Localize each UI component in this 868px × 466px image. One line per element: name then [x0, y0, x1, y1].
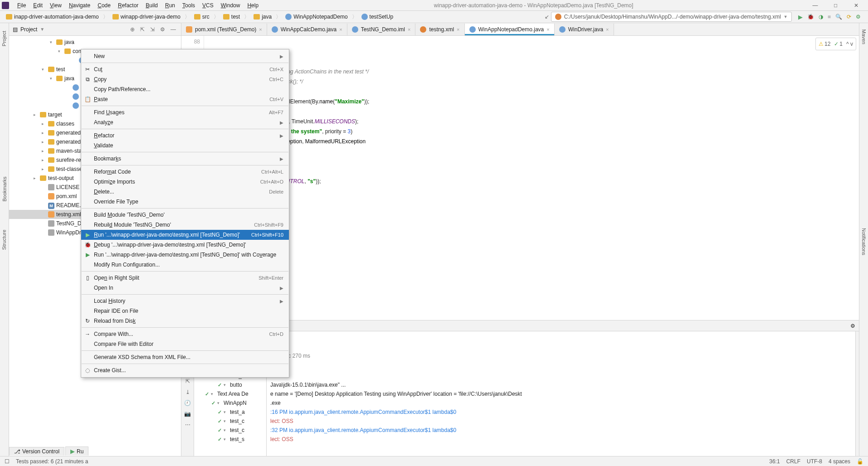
context-menu-item[interactable]: ▶Run '...\winapp-driver-java-demo\testng… [81, 250, 289, 260]
run-tab[interactable]: ▶Ru [65, 447, 88, 456]
close-tab-icon[interactable]: × [259, 27, 262, 32]
close-tab-icon[interactable]: × [606, 27, 609, 32]
context-menu-item[interactable]: 📋PasteCtrl+V [81, 94, 289, 104]
todo-icon[interactable]: ☐ [5, 458, 10, 465]
menu-view[interactable]: View [46, 1, 65, 10]
test-tree-item[interactable]: ▾test_a [194, 408, 266, 417]
editor-tab[interactable]: WinAppCalcDemo.java× [267, 24, 347, 35]
inspection-nav[interactable]: ^ v [846, 39, 853, 49]
project-tool-button[interactable]: Project [2, 31, 7, 46]
chevron-down-icon[interactable]: ▼ [40, 27, 44, 32]
version-control-tab[interactable]: ⎇Version Control [9, 447, 64, 456]
context-menu-item[interactable]: 🐞Debug '...\winapp-driver-java-demo\test… [81, 240, 289, 250]
context-menu-item[interactable]: ▯Open in Right SplitShift+Enter [81, 273, 289, 283]
test-tree-item[interactable]: ▾WinAppN [194, 398, 266, 408]
editor-tab[interactable]: WinDriver.java× [555, 24, 614, 35]
maven-tool-button[interactable]: Maven [861, 29, 867, 44]
editor-tab[interactable]: testng.xml× [415, 24, 464, 35]
hide-icon[interactable]: — [169, 26, 177, 33]
menu-vcs[interactable]: VCS [199, 1, 217, 10]
context-menu-item[interactable]: Analyze▶ [81, 117, 289, 127]
menu-edit[interactable]: Edit [29, 1, 46, 10]
expand-all-icon[interactable]: ⇱ [139, 26, 146, 33]
context-menu-item[interactable]: ▶Run '...\winapp-driver-java-demo\testng… [81, 230, 289, 240]
debug-button[interactable]: 🐞 [807, 14, 814, 20]
context-menu-item[interactable]: Copy Path/Reference... [81, 84, 289, 94]
menu-file[interactable]: File [14, 1, 29, 10]
context-menu-item[interactable]: ◌Create Gist... [81, 365, 289, 375]
left-tool-strip[interactable]: Project Bookmarks Structure [0, 23, 9, 456]
menu-code[interactable]: Code [94, 1, 114, 10]
close-tab-icon[interactable]: × [408, 27, 410, 32]
context-menu-item[interactable]: Repair IDE on File [81, 306, 289, 316]
expand-icon[interactable]: ⇱ [185, 378, 190, 384]
close-tab-icon[interactable]: × [546, 27, 549, 32]
menu-tools[interactable]: Tools [179, 1, 199, 10]
menubar[interactable]: FileEditViewNavigateCodeRefactorBuildRun… [0, 0, 868, 11]
gear-icon[interactable]: ⚙ [850, 323, 855, 329]
console-output[interactable]: – 39 sec 270 ms Java\jdk-15.0.1\bin\java… [267, 331, 855, 456]
context-menu-item[interactable]: New▶ [81, 51, 289, 61]
bookmarks-tool-button[interactable]: Bookmarks [2, 176, 7, 201]
stop-button[interactable]: ■ [828, 14, 831, 20]
menu-navigate[interactable]: Navigate [65, 1, 94, 10]
breadcrumb-item[interactable]: java [250, 12, 275, 21]
bottom-tool-tabs[interactable]: ⎇Version Control ▶Ru [9, 446, 88, 456]
structure-tool-button[interactable]: Structure [2, 230, 7, 250]
menu-window[interactable]: Window [217, 1, 244, 10]
maximize-button[interactable]: □ [825, 0, 846, 11]
close-tab-icon[interactable]: × [457, 27, 459, 32]
close-tab-icon[interactable]: × [339, 27, 342, 32]
line-separator[interactable]: CRLF [786, 458, 800, 465]
breadcrumb-item[interactable]: testSetUp [358, 12, 397, 21]
breadcrumb-item[interactable]: test [220, 12, 243, 21]
context-menu-item[interactable]: Reformat CodeCtrl+Alt+L [81, 167, 289, 177]
context-menu-item[interactable]: ✂CutCtrl+X [81, 64, 289, 74]
readonly-icon[interactable]: 🔓 [857, 458, 863, 465]
locate-icon[interactable]: ⊕ [129, 26, 136, 33]
test-tree-item[interactable]: ▾test_c [194, 417, 266, 426]
inspection-widget[interactable]: 12 1 ^ v [815, 38, 856, 50]
history-icon[interactable]: 🕘 [184, 400, 191, 406]
context-menu-item[interactable]: Modify Run Configuration... [81, 260, 289, 270]
context-menu-item[interactable]: Local History▶ [81, 296, 289, 306]
run-button[interactable]: ▶ [798, 14, 803, 20]
context-menu-item[interactable]: Override File Type [81, 197, 289, 207]
nav-back-icon[interactable]: ↙ [545, 14, 549, 20]
test-tree-item[interactable]: ▾test_s [194, 435, 266, 444]
gear-icon[interactable]: ⚙ [159, 26, 166, 33]
breadcrumb-item[interactable]: winapp-driver-java-demo [109, 12, 184, 21]
indent-info[interactable]: 4 spaces [829, 458, 850, 465]
context-menu-item[interactable]: ⧉CopyCtrl+C [81, 74, 289, 84]
context-menu-item[interactable]: →Compare With...Ctrl+D [81, 329, 289, 339]
gear-icon[interactable]: ⚙ [856, 14, 861, 20]
search-icon[interactable]: 🔍 [835, 14, 842, 20]
test-tree-item[interactable]: ▾Text Area De [194, 389, 266, 398]
update-icon[interactable]: ⟳ [847, 14, 851, 20]
context-menu-item[interactable]: Refactor▶ [81, 131, 289, 141]
menu-run[interactable]: Run [161, 1, 179, 10]
context-menu-item[interactable]: Compare File with Editor [81, 339, 289, 349]
context-menu-item[interactable]: Build Module 'TestNG_Demo' [81, 210, 289, 220]
right-tool-strip[interactable]: Maven Notifications [859, 23, 868, 456]
context-menu-item[interactable]: Optimize ImportsCtrl+Alt+O [81, 177, 289, 187]
editor-tab[interactable]: WinAppNotepadDemo.java× [465, 24, 555, 35]
coverage-button[interactable]: ◑ [819, 14, 823, 20]
export-icon[interactable]: ⤓ [185, 389, 190, 395]
menu-refactor[interactable]: Refactor [114, 1, 142, 10]
breadcrumb-item[interactable]: inapp-driver-automation-java-demo [3, 12, 102, 21]
menu-help[interactable]: Help [244, 1, 262, 10]
caret-position[interactable]: 36:1 [769, 458, 780, 465]
context-menu[interactable]: New▶✂CutCtrl+X⧉CopyCtrl+CCopy Path/Refer… [81, 49, 289, 378]
menu-build[interactable]: Build [142, 1, 161, 10]
context-menu-item[interactable]: Bookmarks▶ [81, 154, 289, 164]
test-tree-item[interactable]: ▾test_c [194, 426, 266, 435]
editor-tab[interactable]: pom.xml (TestNG_Demo)× [181, 24, 267, 35]
breadcrumb-item[interactable]: WinAppNotepadDemo [282, 12, 351, 21]
run-config-selector[interactable]: C:/Users/januk/Desktop/Himanshu/WinAppD.… [551, 12, 792, 22]
context-menu-item[interactable]: Find UsagesAlt+F7 [81, 107, 289, 117]
context-menu-item[interactable]: Open In▶ [81, 283, 289, 293]
tree-item[interactable]: ▾java [9, 38, 181, 47]
editor-tabs[interactable]: pom.xml (TestNG_Demo)×WinAppCalcDemo.jav… [181, 23, 868, 36]
camera-icon[interactable]: 📷 [184, 411, 191, 417]
